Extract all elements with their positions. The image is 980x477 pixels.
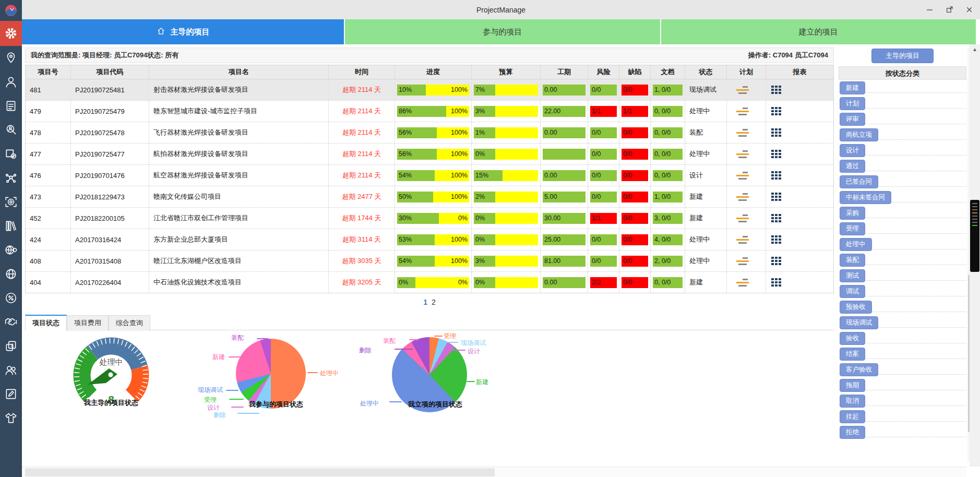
status-button[interactable]: 预验收 <box>840 301 872 314</box>
handshake-icon[interactable] <box>0 310 22 334</box>
users-icon[interactable] <box>0 358 22 382</box>
scroll-up-icon[interactable]: ▲ <box>970 45 980 54</box>
page-1[interactable]: 1 <box>423 298 427 306</box>
minimize-icon[interactable] <box>924 4 935 16</box>
table-row[interactable]: 404 A20170226404 中石油炼化设施技术改造项目 超期 3205 天… <box>26 272 834 293</box>
status-button[interactable]: 通过 <box>840 160 865 173</box>
shirt-icon[interactable] <box>0 406 22 430</box>
status-button[interactable]: 挂起 <box>840 410 865 423</box>
money-icon[interactable]: $ <box>0 334 22 358</box>
plan-gantt-icon[interactable] <box>736 257 750 265</box>
cell-defect: 0/0 <box>619 79 651 101</box>
cell-document: 0, 0/0 <box>651 165 685 186</box>
plan-gantt-icon[interactable] <box>736 172 750 180</box>
report-grid-icon[interactable] <box>771 235 783 244</box>
subtab-combined-query[interactable]: 综合查询 <box>109 315 150 331</box>
subtab-project-cost[interactable]: 项目费用 <box>67 315 109 331</box>
status-button[interactable]: 受理 <box>840 222 865 235</box>
report-grid-icon[interactable] <box>771 128 783 137</box>
table-row[interactable]: 452 PJ20182200105 江北省赣江市双创工作管理项目 超期 1744… <box>26 208 834 229</box>
edit-icon[interactable] <box>0 382 22 406</box>
status-button[interactable]: 商机立项 <box>840 128 878 141</box>
table-row[interactable]: 481 PJ20190725481 射击器材激光焊接设备研发项目 超期 2114… <box>26 79 834 101</box>
gauge-needle <box>88 368 117 385</box>
status-button[interactable]: 新建 <box>840 81 865 94</box>
settings-gear-icon[interactable] <box>0 21 22 46</box>
table-row[interactable]: 478 PJ20190725478 飞行器材激光焊接设备研发项目 超期 2114… <box>26 122 834 144</box>
plan-gantt-icon[interactable] <box>736 108 750 115</box>
network-icon[interactable] <box>0 166 22 190</box>
plan-gantt-icon[interactable] <box>736 236 750 244</box>
table-row[interactable]: 477 PJ20190725477 航拍器材激光焊接设备研发项目 超期 2114… <box>26 144 834 165</box>
column-header: 项目代码 <box>71 65 149 79</box>
status-button[interactable]: 验收 <box>840 332 865 345</box>
status-button[interactable]: 拖期 <box>840 379 865 392</box>
books-icon[interactable] <box>0 214 22 238</box>
window-vertical-scrollbar[interactable]: ▲ ▼ <box>970 44 980 477</box>
report-grid-icon[interactable] <box>771 107 783 115</box>
status-button[interactable]: 设计 <box>840 144 865 157</box>
status-button[interactable]: 测试 <box>840 269 865 282</box>
status-button[interactable]: 装配 <box>840 254 865 267</box>
table-row[interactable]: 476 PJ20190701476 航空器材激光焊接设备研发项目 超期 2114… <box>26 165 834 186</box>
subtab-project-status[interactable]: 项目状态 <box>25 315 67 331</box>
lead-projects-button[interactable]: 主导的项目 <box>871 49 934 63</box>
status-row: 处理中 <box>839 236 966 249</box>
cell-project-name: 航拍器材激光焊接设备研发项目 <box>149 144 329 165</box>
percent-icon[interactable] <box>0 286 22 310</box>
table-row[interactable]: 473 PJ20181229473 赣南文化传媒公司项目 超期 2477 天 5… <box>26 186 834 208</box>
task-check-icon[interactable] <box>0 142 22 166</box>
status-button[interactable]: 现场调试 <box>840 316 878 329</box>
status-button[interactable]: 客户验收 <box>840 363 878 376</box>
cell-project-id: 479 <box>26 101 71 122</box>
report-grid-icon[interactable] <box>771 214 783 222</box>
plan-gantt-icon[interactable] <box>736 279 750 287</box>
status-button[interactable]: 调试 <box>840 285 865 298</box>
main-content: 我的查询范围是: 项目经理: 员工C7094状态: 所有 操作者: C7094 … <box>25 47 834 466</box>
hscroll-thumb[interactable] <box>25 468 495 476</box>
resize-corner <box>970 467 980 477</box>
window-horizontal-scrollbar[interactable] <box>22 467 966 477</box>
plan-gantt-icon[interactable] <box>736 214 750 222</box>
status-button[interactable]: 中标未签合同 <box>840 191 891 204</box>
report-grid-icon[interactable] <box>771 150 783 158</box>
status-button[interactable]: 评审 <box>840 113 865 126</box>
plan-gantt-icon[interactable] <box>736 193 750 201</box>
location-pin-icon[interactable] <box>0 46 22 70</box>
status-button[interactable]: 处理中 <box>840 238 872 251</box>
table-row[interactable]: 408 A20170315408 赣江江北东湖棚户区改造项目 超期 3035 天… <box>26 251 834 272</box>
status-button[interactable]: 拒绝 <box>840 426 865 439</box>
status-button[interactable]: 取消 <box>840 395 865 408</box>
page-2[interactable]: 2 <box>432 298 436 306</box>
table-row[interactable]: 479 PJ20190725479 赣东智慧城市建设-城市监控子项目 超期 21… <box>26 101 834 122</box>
plan-gantt-icon[interactable] <box>736 150 750 158</box>
table-row[interactable]: 424 A20170316424 东方新企业总部大厦项目 超期 3114 天 5… <box>26 229 834 251</box>
column-header: 报表 <box>766 65 834 79</box>
globe-icon[interactable] <box>0 262 22 286</box>
tab-my-lead-projects[interactable]: 主导的项目 <box>22 19 344 44</box>
cell-budget: 2% <box>472 186 541 208</box>
user-icon[interactable] <box>0 70 22 94</box>
cell-duration: 5.00 <box>541 186 588 208</box>
close-icon[interactable] <box>963 4 975 16</box>
status-button[interactable]: 已签合同 <box>840 175 878 188</box>
globe-gear-icon[interactable] <box>0 238 22 262</box>
scroll-thumb-minimap[interactable] <box>970 200 979 272</box>
document-icon[interactable] <box>0 94 22 118</box>
tab-participating-projects[interactable]: 参与的项目 <box>344 19 660 44</box>
plan-gantt-icon[interactable] <box>736 129 750 137</box>
report-grid-icon[interactable] <box>771 278 783 287</box>
report-grid-icon[interactable] <box>771 257 783 265</box>
report-grid-icon[interactable] <box>771 193 783 201</box>
tab-created-projects[interactable]: 建立的项目 <box>660 19 976 44</box>
report-grid-icon[interactable] <box>771 86 783 94</box>
status-button[interactable]: 计划 <box>840 97 865 110</box>
status-button[interactable]: 采购 <box>840 207 865 220</box>
status-button[interactable]: 结案 <box>840 348 865 361</box>
cell-project-id: 478 <box>26 122 71 144</box>
gear-target-icon[interactable] <box>0 190 22 214</box>
plan-gantt-icon[interactable] <box>736 86 750 94</box>
restore-icon[interactable] <box>943 4 955 16</box>
user-search-icon[interactable] <box>0 118 22 142</box>
report-grid-icon[interactable] <box>771 171 783 180</box>
